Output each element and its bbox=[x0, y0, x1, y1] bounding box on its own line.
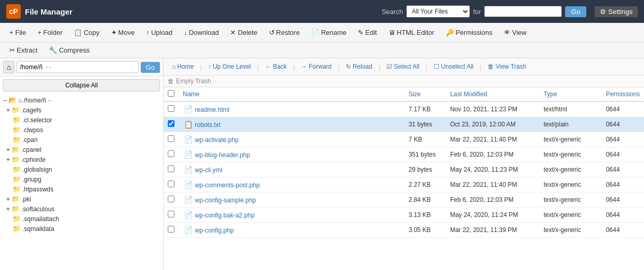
tree-item-sqmailattach[interactable]: 📁 .sqmailattach bbox=[0, 214, 163, 224]
restore-icon: ↺ bbox=[269, 29, 275, 36]
row-checkbox[interactable] bbox=[168, 226, 175, 233]
table-row[interactable]: 📋 robots.txt 31 bytes Oct 23, 2019, 12:0… bbox=[164, 117, 644, 132]
tree-item-gnupg[interactable]: 📁 .gnupg bbox=[0, 174, 163, 184]
download-button[interactable]: ↓ Download bbox=[179, 27, 224, 38]
row-name-cell[interactable]: 📄 wp-config.php bbox=[179, 223, 405, 238]
row-name-cell[interactable]: 📄 readme.html bbox=[179, 101, 405, 117]
row-name-cell[interactable]: 📄 wp-comments-post.php bbox=[179, 177, 405, 192]
back-button[interactable]: ← Back bbox=[261, 61, 291, 72]
tree-item-pki[interactable]: + 📁 .pki bbox=[0, 194, 163, 204]
tree-item-cphorde[interactable]: + 📁 .cphorde bbox=[0, 155, 163, 164]
row-checkbox[interactable] bbox=[168, 181, 175, 187]
tree-item-label: .pki bbox=[21, 196, 31, 203]
row-checkbox[interactable] bbox=[168, 135, 175, 142]
row-size-cell: 3.13 KB bbox=[405, 208, 446, 223]
tree-item-cagefs[interactable]: + 📁 .cagefs bbox=[0, 105, 163, 115]
folder-icon: 📂 bbox=[8, 96, 17, 104]
empty-trash-button[interactable]: 🗑 Empty Trash bbox=[168, 78, 211, 85]
extract-button[interactable]: ✂ Extract bbox=[4, 44, 43, 56]
tree-item-cl-selector[interactable]: 📁 .cl.selector bbox=[0, 115, 163, 125]
delete-button[interactable]: ✕ Delete bbox=[225, 27, 262, 38]
sidebar-home-button[interactable]: ⌂ bbox=[3, 61, 15, 73]
row-checkbox[interactable] bbox=[168, 120, 175, 127]
tree-item-cpan[interactable]: 📁 .cpan bbox=[0, 135, 163, 145]
table-row[interactable]: 📄 wp-comments-post.php 2.27 KB Mar 22, 2… bbox=[164, 177, 644, 192]
row-permissions-cell: 0644 bbox=[602, 223, 644, 238]
select-all-button[interactable]: ☑ Select All bbox=[382, 61, 423, 72]
html-editor-button[interactable]: 🖥 HTML Editor bbox=[383, 27, 439, 38]
folder-icon: 📁 bbox=[12, 165, 21, 173]
table-row[interactable]: 📄 wp-cli.yml 29 bytes May 24, 2020, 11:2… bbox=[164, 162, 644, 177]
up-one-level-button[interactable]: ↑ Up One Level bbox=[204, 61, 255, 72]
search-select[interactable]: All Your Files File Names Only File Cont… bbox=[406, 5, 470, 18]
restore-button[interactable]: ↺ Restore bbox=[264, 27, 305, 38]
move-icon: ✦ bbox=[111, 29, 117, 36]
reload-button[interactable]: ↻ Reload bbox=[342, 61, 377, 72]
tree-item-root[interactable]: − 📂 ⌂ /home/ñ ·· bbox=[0, 95, 163, 105]
copy-button[interactable]: 📋 Copy bbox=[69, 27, 104, 38]
view-trash-button[interactable]: 🗑 View Trash bbox=[484, 61, 530, 72]
search-for-label: for bbox=[473, 8, 481, 16]
tree-item-softaculous[interactable]: + 📁 .softaculous bbox=[0, 204, 163, 214]
row-checkbox[interactable] bbox=[168, 165, 175, 172]
file-name: robots.txt bbox=[195, 121, 220, 128]
row-checkbox[interactable] bbox=[168, 105, 175, 112]
row-checkbox[interactable] bbox=[168, 150, 175, 157]
view-button[interactable]: 👁 View bbox=[499, 27, 532, 38]
col-header-name[interactable]: Name bbox=[179, 87, 405, 101]
new-file-button[interactable]: + File bbox=[4, 27, 31, 38]
unselect-all-button[interactable]: ☐ Unselect All bbox=[430, 61, 478, 72]
collapse-all-button[interactable]: Collapse All bbox=[3, 79, 160, 92]
search-label: Search bbox=[382, 8, 403, 16]
permissions-button[interactable]: 🔑 Permissions bbox=[440, 27, 498, 38]
col-header-type[interactable]: Type bbox=[540, 87, 602, 101]
row-checkbox[interactable] bbox=[168, 211, 175, 217]
row-name-cell[interactable]: 📄 wp-cli.yml bbox=[179, 162, 405, 177]
new-folder-button[interactable]: + Folder bbox=[32, 27, 68, 38]
col-header-checkbox[interactable] bbox=[164, 87, 179, 101]
sidebar-path-input[interactable] bbox=[17, 61, 138, 73]
table-row[interactable]: 📄 wp-config.php 3.05 KB Mar 22, 2021, 11… bbox=[164, 223, 644, 238]
row-name-cell[interactable]: 📋 robots.txt bbox=[179, 117, 405, 132]
compress-button[interactable]: 🔧 Compress bbox=[44, 44, 95, 56]
sidebar: ⌂ Go Collapse All − 📂 ⌂ /home/ñ ·· + 📁 .… bbox=[0, 58, 164, 270]
edit-icon: ✎ bbox=[358, 29, 364, 36]
rename-icon: 📄 bbox=[311, 29, 319, 36]
search-go-button[interactable]: Go bbox=[565, 6, 586, 17]
select-all-checkbox[interactable] bbox=[168, 90, 175, 97]
table-row[interactable]: 📄 wp-blog-header.php 351 bytes Feb 6, 20… bbox=[164, 147, 644, 162]
row-name-cell[interactable]: 📄 wp-config.bak-a2.php bbox=[179, 208, 405, 223]
settings-button[interactable]: ⚙ Settings bbox=[595, 6, 638, 17]
row-checkbox[interactable] bbox=[168, 196, 175, 202]
row-name-cell[interactable]: 📄 wp-activate.php bbox=[179, 132, 405, 147]
file-table: Name Size Last Modified Type Permissions… bbox=[164, 87, 644, 238]
col-header-permissions[interactable]: Permissions bbox=[602, 87, 644, 101]
app-logo: cP File Manager bbox=[6, 4, 73, 19]
forward-button[interactable]: → Forward bbox=[297, 61, 336, 72]
tree-item-clwpos[interactable]: 📁 .clwpos bbox=[0, 125, 163, 135]
rename-button[interactable]: 📄 Rename bbox=[306, 27, 352, 38]
table-row[interactable]: 📄 wp-config.bak-a2.php 3.13 KB May 24, 2… bbox=[164, 208, 644, 223]
row-modified-cell: Nov 10, 2021, 11:23 PM bbox=[446, 101, 540, 117]
tree-item-sqmaildata[interactable]: 📁 .sqmaildata bbox=[0, 224, 163, 234]
file-icon: 📄 bbox=[183, 149, 193, 160]
row-name-cell[interactable]: 📄 wp-blog-header.php bbox=[179, 147, 405, 162]
table-row[interactable]: 📄 wp-activate.php 7 KB Mar 22, 2021, 11:… bbox=[164, 132, 644, 147]
copy-icon: 📋 bbox=[74, 29, 82, 36]
search-input[interactable] bbox=[484, 6, 562, 17]
col-header-modified[interactable]: Last Modified bbox=[446, 87, 540, 101]
home-button[interactable]: ⌂ Home bbox=[168, 61, 198, 72]
sidebar-go-button[interactable]: Go bbox=[141, 62, 160, 73]
tree-item-globalsign[interactable]: 📁 .globalsign bbox=[0, 164, 163, 174]
upload-button[interactable]: ↑ Upload bbox=[141, 27, 178, 38]
row-checkbox-cell bbox=[164, 117, 179, 132]
edit-button[interactable]: ✎ Edit bbox=[353, 27, 382, 38]
table-row[interactable]: 📄 readme.html 7.17 KB Nov 10, 2021, 11:2… bbox=[164, 101, 644, 117]
tree-item-cpanel[interactable]: + 📁 .cpanel bbox=[0, 145, 163, 155]
folder-icon: 📁 bbox=[12, 175, 21, 183]
move-button[interactable]: ✦ Move bbox=[106, 27, 140, 38]
col-header-size[interactable]: Size bbox=[405, 87, 446, 101]
table-row[interactable]: 📄 wp-config-sample.php 2.84 KB Feb 6, 20… bbox=[164, 192, 644, 208]
row-name-cell[interactable]: 📄 wp-config-sample.php bbox=[179, 192, 405, 208]
tree-item-htpasswds[interactable]: 📁 .htpasswds bbox=[0, 184, 163, 194]
